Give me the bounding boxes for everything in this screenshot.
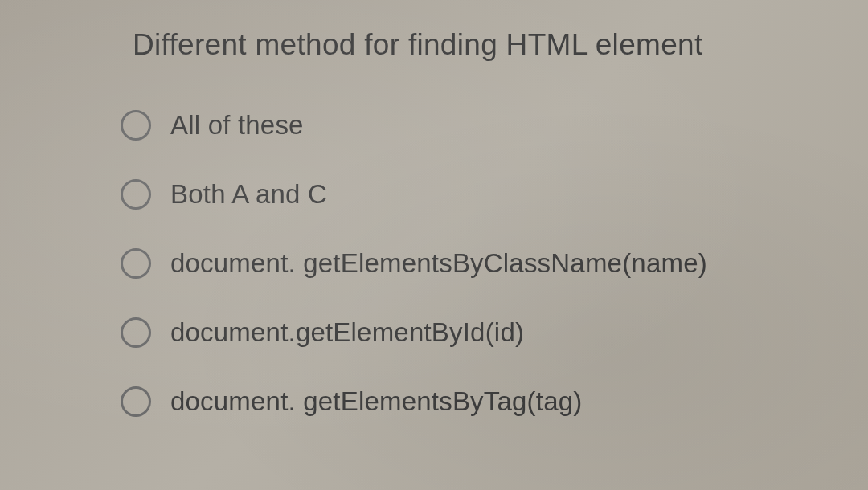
option-label: document. getElementsByTag(tag)	[170, 386, 582, 417]
option-row[interactable]: document.getElementById(id)	[121, 317, 820, 348]
option-label: document.getElementById(id)	[170, 317, 524, 348]
radio-button[interactable]	[121, 386, 151, 417]
option-label: All of these	[170, 110, 304, 141]
option-row[interactable]: Both A and C	[121, 179, 820, 210]
options-list: All of these Both A and C document. getE…	[121, 110, 820, 417]
option-row[interactable]: document. getElementsByClassName(name)	[121, 248, 820, 279]
radio-button[interactable]	[121, 179, 151, 210]
radio-button[interactable]	[121, 248, 151, 279]
question-title: Different method for finding HTML elemen…	[133, 28, 820, 62]
radio-button[interactable]	[121, 317, 151, 348]
option-label: document. getElementsByClassName(name)	[170, 248, 707, 279]
option-row[interactable]: All of these	[121, 110, 820, 141]
option-label: Both A and C	[170, 179, 327, 210]
option-row[interactable]: document. getElementsByTag(tag)	[121, 386, 820, 417]
radio-button[interactable]	[121, 110, 151, 141]
